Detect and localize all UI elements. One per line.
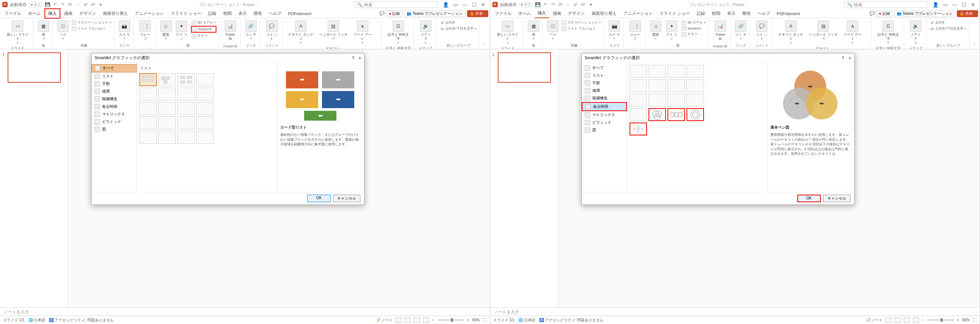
- tab-help[interactable]: ヘルプ: [754, 9, 773, 18]
- layout-thumb[interactable]: [686, 108, 704, 121]
- ok-button[interactable]: OK: [797, 195, 821, 202]
- cat-relationship[interactable]: 集合関係: [582, 102, 627, 111]
- layout-thumb[interactable]: [630, 122, 647, 135]
- text-expand-icon[interactable]: ⋯: [865, 41, 869, 45]
- layout-thumb[interactable]: [196, 102, 214, 115]
- layout-thumb[interactable]: [196, 131, 214, 144]
- comment-button[interactable]: 💬コメ ント: [754, 20, 770, 42]
- maximize-icon[interactable]: ☐: [962, 2, 966, 8]
- cat-cycle[interactable]: 循環: [92, 87, 137, 95]
- zoom-out-icon[interactable]: −: [432, 318, 434, 322]
- layout-thumb[interactable]: [177, 116, 195, 129]
- headerfooter-button[interactable]: ▤ヘッダーと フッター: [807, 20, 840, 42]
- qat-item[interactable]: ▫: [565, 2, 571, 7]
- layout-thumb[interactable]: [139, 131, 157, 144]
- tab-review[interactable]: 校閲: [709, 9, 723, 18]
- view-sorter-icon[interactable]: [894, 318, 900, 323]
- save-icon[interactable]: 💾: [45, 2, 50, 7]
- comments-toggle-icon[interactable]: 💬: [870, 11, 875, 16]
- cat-process[interactable]: 手順: [582, 79, 627, 87]
- zoom-value[interactable]: 80%: [472, 318, 480, 322]
- qat-item[interactable]: x²: [573, 2, 578, 7]
- cat-relationship[interactable]: 集合関係: [92, 103, 137, 110]
- tab-animation[interactable]: アニメーション: [132, 9, 167, 18]
- tab-review[interactable]: 校閲: [220, 9, 235, 18]
- layout-thumb[interactable]: [158, 116, 176, 129]
- layout-thumb-venn[interactable]: [649, 108, 666, 121]
- autosave-toggle[interactable]: ●オフ: [519, 2, 533, 7]
- layout-thumb[interactable]: [668, 108, 685, 121]
- cat-pyramid[interactable]: ピラミッド: [92, 118, 137, 125]
- image-button[interactable]: 🖼画像▾: [546, 20, 559, 41]
- undo-icon[interactable]: ↶: [542, 2, 548, 7]
- tab-slideshow[interactable]: スライド ショー: [657, 9, 693, 18]
- dialog-close-icon[interactable]: ×: [359, 56, 361, 60]
- cat-list[interactable]: リスト: [582, 72, 627, 79]
- minimize-icon[interactable]: —: [463, 2, 468, 8]
- share-button[interactable]: 🔓共有▾: [957, 10, 978, 17]
- powerbi-button[interactable]: 📊Power BI: [713, 20, 728, 42]
- layout-thumb[interactable]: [686, 94, 704, 106]
- tab-transition[interactable]: 画面切り替え: [100, 9, 131, 18]
- layout-thumb[interactable]: [630, 79, 647, 92]
- notes-input[interactable]: ノートを入力: [490, 307, 980, 316]
- zoom-in-icon[interactable]: +: [957, 318, 959, 322]
- redo-icon[interactable]: ↷: [550, 2, 555, 7]
- close-icon[interactable]: ✕: [481, 2, 485, 8]
- layout-thumb[interactable]: [630, 94, 647, 106]
- qat-overflow[interactable]: ▾: [588, 2, 593, 7]
- headerfooter-button[interactable]: ▤ヘッダーと フッター: [317, 20, 350, 42]
- icons-button[interactable]: ✦アイ コン: [664, 20, 679, 42]
- layout-thumb[interactable]: [196, 116, 214, 129]
- fit-window-icon[interactable]: ⛶: [973, 318, 977, 322]
- ok-button[interactable]: OK: [307, 195, 331, 202]
- smartart-button[interactable]: SmartArt: [681, 26, 706, 31]
- tab-draw[interactable]: 描画: [550, 9, 564, 18]
- view-sorter-icon[interactable]: [405, 318, 411, 323]
- cancel-button[interactable]: キャンセル: [333, 195, 360, 202]
- notes-toggle[interactable]: 📝 ノート: [866, 318, 883, 323]
- subscript-button[interactable]: e²上付き/下付き文字▾: [440, 26, 477, 32]
- chart-button[interactable]: グラフ: [681, 32, 706, 37]
- link-button[interactable]: 🔗リン ク▾: [245, 20, 258, 41]
- superscript-button[interactable]: x²上付き: [930, 20, 967, 25]
- layout-thumb[interactable]: [668, 79, 685, 92]
- layout-thumb[interactable]: [196, 73, 214, 86]
- cat-picture[interactable]: 図: [582, 126, 627, 134]
- layout-thumb[interactable]: [139, 73, 157, 86]
- layout-thumb[interactable]: [668, 94, 685, 106]
- layout-thumb[interactable]: [177, 131, 195, 144]
- cat-pyramid[interactable]: ピラミッド: [582, 119, 627, 126]
- account-icon[interactable]: 👤: [443, 2, 449, 8]
- notes-input[interactable]: ノートを入力: [0, 307, 490, 316]
- text-expand-icon[interactable]: ⋯: [375, 41, 379, 45]
- comments-toggle-icon[interactable]: 💬: [379, 11, 385, 16]
- qat-item[interactable]: x²: [83, 2, 88, 7]
- layout-thumb[interactable]: [630, 65, 647, 78]
- 3dmodel-button[interactable]: 3D モデル▾: [681, 20, 706, 25]
- tab-developer[interactable]: 開発: [251, 9, 265, 18]
- tab-animation[interactable]: アニメーション: [620, 9, 656, 18]
- link-button[interactable]: 🔗リン ク▾: [734, 20, 747, 41]
- cat-matrix[interactable]: マトリックス: [92, 110, 137, 118]
- layout-thumb[interactable]: [158, 131, 176, 144]
- fit-window-icon[interactable]: ⛶: [483, 318, 487, 322]
- tab-insert[interactable]: 挿入: [45, 8, 60, 19]
- status-lang[interactable]: 🌐 日本語: [518, 318, 535, 323]
- redo-icon[interactable]: ↷: [60, 2, 65, 7]
- qat-item[interactable]: e²: [91, 2, 96, 7]
- maximize-icon[interactable]: ☐: [472, 2, 477, 8]
- status-accessibility[interactable]: ♿ アクセシビリティ: 問題ありません: [49, 318, 113, 323]
- reuse-button[interactable]: 📑リレー フ: [627, 20, 643, 42]
- table-button[interactable]: ▦表▾: [37, 20, 50, 41]
- tab-view[interactable]: 表示: [724, 9, 738, 18]
- teams-present-button[interactable]: 👥Teams でプレゼンテーション: [404, 10, 465, 17]
- cancel-button[interactable]: キャンセル: [823, 195, 851, 202]
- notes-toggle[interactable]: 📝 ノート: [375, 318, 393, 323]
- status-lang[interactable]: 🌐 日本語: [29, 318, 46, 323]
- close-icon[interactable]: ✕: [971, 2, 975, 8]
- shapes-button[interactable]: ◇図形▾: [650, 20, 662, 41]
- view-reading-icon[interactable]: [904, 318, 910, 323]
- shapes-button[interactable]: ◇図形▾: [159, 20, 172, 41]
- slide-thumbnail[interactable]: [498, 52, 551, 83]
